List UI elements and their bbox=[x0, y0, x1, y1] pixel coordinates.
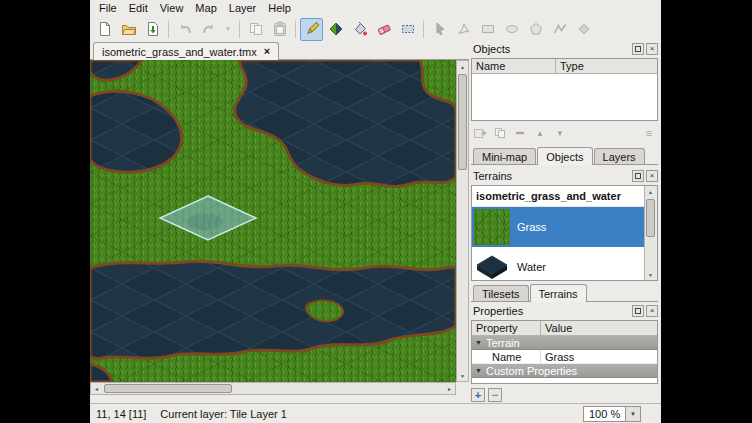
zoom-dropdown-icon[interactable]: ▼ bbox=[625, 407, 640, 421]
scroll-left-icon[interactable]: ◄ bbox=[91, 383, 102, 394]
redo-button[interactable] bbox=[197, 18, 220, 41]
scroll-up-icon[interactable]: ▲ bbox=[645, 186, 656, 197]
move-object-down-button[interactable]: ▼ bbox=[551, 125, 569, 141]
new-map-button[interactable] bbox=[93, 18, 116, 41]
menu-edit[interactable]: Edit bbox=[123, 1, 154, 15]
canvas-horizontal-scrollbar[interactable]: ◄ ► bbox=[90, 382, 456, 395]
float-panel-button[interactable] bbox=[632, 170, 644, 182]
copy-button[interactable] bbox=[244, 18, 267, 41]
close-panel-button[interactable]: × bbox=[646, 43, 658, 55]
terrain-item-water[interactable]: Water bbox=[472, 247, 644, 280]
redo-dropdown-button[interactable]: ▼ bbox=[221, 18, 235, 41]
edit-polygons-button[interactable] bbox=[452, 18, 475, 41]
add-object-button[interactable] bbox=[471, 125, 489, 141]
vertical-scroll-thumb[interactable] bbox=[458, 74, 467, 170]
rectangular-select-button[interactable] bbox=[396, 18, 419, 41]
tab-layers[interactable]: Layers bbox=[594, 148, 645, 164]
document-tab[interactable]: isometric_grass_and_water.tmx × bbox=[93, 42, 279, 60]
close-panel-button[interactable]: × bbox=[646, 305, 658, 317]
zoom-level: 100 % bbox=[584, 408, 625, 420]
canvas-vertical-scrollbar[interactable]: ▲ ▼ bbox=[456, 60, 469, 382]
float-panel-button[interactable] bbox=[632, 43, 644, 55]
objects-list[interactable] bbox=[472, 74, 657, 120]
properties-toolbar: + − bbox=[471, 388, 658, 402]
map-canvas[interactable] bbox=[90, 60, 456, 382]
terrain-brush-icon bbox=[328, 21, 344, 37]
properties-column-property[interactable]: Property bbox=[472, 321, 541, 335]
save-button[interactable] bbox=[141, 18, 164, 41]
menu-help[interactable]: Help bbox=[262, 1, 297, 15]
eraser-button[interactable] bbox=[372, 18, 395, 41]
bucket-fill-button[interactable] bbox=[348, 18, 371, 41]
redo-icon bbox=[201, 21, 217, 37]
terrains-scroll-thumb[interactable] bbox=[646, 199, 655, 237]
eraser-icon bbox=[376, 21, 392, 37]
tab-tilesets[interactable]: Tilesets bbox=[473, 285, 529, 301]
group-label: Terrain bbox=[486, 337, 520, 349]
remove-object-icon bbox=[513, 126, 527, 140]
tab-terrains[interactable]: Terrains bbox=[530, 284, 587, 302]
tab-objects[interactable]: Objects bbox=[537, 147, 592, 165]
remove-object-button[interactable] bbox=[511, 125, 529, 141]
tab-close-icon[interactable]: × bbox=[264, 46, 270, 57]
add-object-icon bbox=[473, 126, 487, 140]
expander-icon: ▼ bbox=[475, 339, 482, 346]
select-objects-button[interactable] bbox=[428, 18, 451, 41]
property-group-terrain[interactable]: ▼ Terrain bbox=[472, 336, 657, 350]
stamp-brush-button[interactable] bbox=[300, 18, 323, 41]
properties-column-value[interactable]: Value bbox=[541, 321, 657, 335]
open-button[interactable] bbox=[117, 18, 140, 41]
properties-panel-title: Properties bbox=[471, 305, 630, 317]
undo-button[interactable] bbox=[173, 18, 196, 41]
rectangular-select-icon bbox=[400, 21, 416, 37]
horizontal-scroll-thumb[interactable] bbox=[104, 384, 232, 393]
add-property-button[interactable]: + bbox=[471, 388, 485, 402]
menu-file[interactable]: File bbox=[93, 1, 123, 15]
objects-column-type[interactable]: Type bbox=[556, 59, 657, 73]
copy-icon bbox=[248, 21, 264, 37]
insert-rectangle-button[interactable] bbox=[476, 18, 499, 41]
property-row-name[interactable]: Name Grass bbox=[472, 350, 657, 364]
scroll-down-icon[interactable]: ▼ bbox=[457, 370, 468, 381]
insert-polygon-button[interactable] bbox=[524, 18, 547, 41]
objects-table-header: Name Type bbox=[472, 59, 657, 74]
scroll-right-icon[interactable]: ► bbox=[444, 383, 455, 394]
menu-layer[interactable]: Layer bbox=[223, 1, 263, 15]
zoom-combo[interactable]: 100 % ▼ bbox=[583, 406, 641, 422]
terrains-panel-title: Terrains bbox=[471, 170, 630, 182]
open-folder-icon bbox=[121, 21, 137, 37]
cursor-position: 11, 14 [11] bbox=[96, 408, 146, 420]
terrains-scrollbar[interactable]: ▲ ▼ bbox=[644, 186, 657, 280]
insert-polyline-button[interactable] bbox=[548, 18, 571, 41]
editor-area: isometric_grass_and_water.tmx × bbox=[90, 42, 469, 403]
insert-ellipse-button[interactable] bbox=[500, 18, 523, 41]
close-panel-button[interactable]: × bbox=[646, 170, 658, 182]
terrains-list-box: isometric_grass_and_water Grass Water ▲ … bbox=[471, 185, 658, 281]
remove-property-button[interactable]: − bbox=[488, 388, 502, 402]
terrain-item-grass[interactable]: Grass bbox=[472, 207, 644, 247]
objects-column-name[interactable]: Name bbox=[472, 59, 556, 73]
object-properties-button[interactable]: ≡ bbox=[640, 125, 658, 141]
menu-map[interactable]: Map bbox=[189, 1, 222, 15]
terrains-list: isometric_grass_and_water Grass Water bbox=[472, 186, 644, 280]
properties-table-header: Property Value bbox=[472, 321, 657, 336]
float-panel-button[interactable] bbox=[632, 305, 644, 317]
move-object-up-button[interactable]: ▲ bbox=[531, 125, 549, 141]
object-properties-icon: ≡ bbox=[646, 127, 652, 139]
scroll-down-icon[interactable]: ▼ bbox=[645, 269, 656, 280]
property-group-custom[interactable]: ▼ Custom Properties bbox=[472, 364, 657, 378]
properties-panel: Properties × Property Value ▼ Terrain Na… bbox=[471, 304, 658, 402]
terrain-brush-button[interactable] bbox=[324, 18, 347, 41]
menu-view[interactable]: View bbox=[154, 1, 190, 15]
current-layer-info: Current layer: Tile Layer 1 bbox=[160, 408, 287, 420]
insert-tile-button[interactable] bbox=[572, 18, 595, 41]
property-value[interactable]: Grass bbox=[541, 351, 657, 363]
insert-rectangle-icon bbox=[480, 21, 496, 37]
insert-tile-icon bbox=[576, 21, 592, 37]
dock-tab-bar-top: Mini-map Objects Layers bbox=[471, 146, 658, 165]
tab-mini-map[interactable]: Mini-map bbox=[473, 148, 536, 164]
scroll-up-icon[interactable]: ▲ bbox=[457, 61, 468, 72]
float-icon bbox=[635, 308, 641, 314]
duplicate-object-button[interactable] bbox=[491, 125, 509, 141]
paste-button[interactable] bbox=[268, 18, 291, 41]
